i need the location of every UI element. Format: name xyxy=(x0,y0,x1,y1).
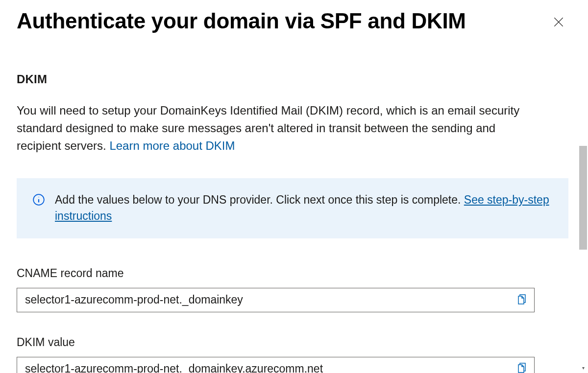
cname-record-name-row xyxy=(17,288,535,312)
dkim-section-heading: DKIM xyxy=(17,72,571,86)
dkim-value-field-group: DKIM value xyxy=(17,336,571,373)
copy-icon xyxy=(515,294,527,306)
info-icon xyxy=(32,193,45,206)
info-text-content: Add the values below to your DNS provide… xyxy=(55,193,464,206)
close-button[interactable] xyxy=(551,14,566,30)
dkim-description: You will need to setup your DomainKeys I… xyxy=(17,102,536,155)
scrollbar-arrow-down-icon[interactable]: ▾ xyxy=(579,364,587,371)
dkim-description-text: You will need to setup your DomainKeys I… xyxy=(17,104,519,152)
copy-cname-button[interactable] xyxy=(509,288,534,312)
cname-field-group: CNAME record name xyxy=(17,267,571,312)
page-title: Authenticate your domain via SPF and DKI… xyxy=(17,9,466,33)
cname-record-name-label: CNAME record name xyxy=(17,267,571,280)
scrollbar-thumb[interactable] xyxy=(579,146,587,250)
cname-record-name-input[interactable] xyxy=(17,288,509,312)
scrollbar-track[interactable]: ▾ xyxy=(578,0,588,373)
dkim-value-row xyxy=(17,357,535,373)
domain-authentication-panel: Authenticate your domain via SPF and DKI… xyxy=(0,0,578,373)
copy-dkim-button[interactable] xyxy=(509,357,534,373)
info-callout: Add the values below to your DNS provide… xyxy=(17,178,568,238)
dkim-value-input[interactable] xyxy=(17,357,509,373)
header-row: Authenticate your domain via SPF and DKI… xyxy=(17,9,571,33)
dkim-value-label: DKIM value xyxy=(17,336,571,349)
copy-icon xyxy=(515,363,527,373)
close-icon xyxy=(552,16,565,28)
info-text: Add the values below to your DNS provide… xyxy=(55,192,555,225)
learn-more-dkim-link[interactable]: Learn more about DKIM xyxy=(109,139,235,152)
